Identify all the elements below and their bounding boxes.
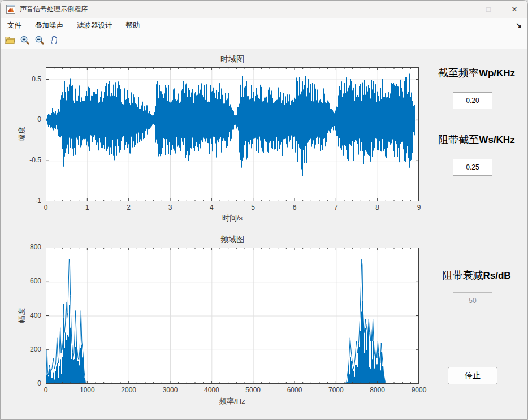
app-window: 声音信号处理示例程序 — □ ✕ 文件 叠加噪声 滤波器设计 帮助 ↘ xyxy=(0,0,528,420)
freq-plot-axes xyxy=(46,248,419,384)
stop-button[interactable]: 停止 xyxy=(448,367,497,384)
window-controls: — □ ✕ xyxy=(449,1,527,18)
menu-filter-design[interactable]: 滤波器设计 xyxy=(70,18,119,33)
open-folder-icon xyxy=(5,36,15,46)
time-plot-ylabel: 幅度 xyxy=(17,127,27,141)
time-plot-title: 时域图 xyxy=(46,54,419,64)
time-plot-xlabel: 时间/s xyxy=(46,213,419,223)
minimize-button[interactable]: — xyxy=(449,1,475,18)
freq-plot-ylabel: 幅度 xyxy=(17,308,27,323)
zoom-out-button[interactable] xyxy=(32,34,46,48)
time-plot-axes xyxy=(46,67,419,201)
rs-attenuation-label-latin: Rs/dB xyxy=(483,270,510,281)
rs-attenuation-input[interactable] xyxy=(453,292,492,309)
ws-stopband-input[interactable] xyxy=(453,159,492,176)
zoom-out-icon xyxy=(34,35,45,47)
zoom-in-icon xyxy=(20,35,30,47)
ws-stopband-label: 阻带截至Ws/KHz xyxy=(425,133,528,146)
figure-toolbar xyxy=(1,33,527,49)
menu-file[interactable]: 文件 xyxy=(1,18,28,33)
zoom-in-button[interactable] xyxy=(18,34,32,48)
rs-attenuation-label: 阻带衰减Rs/dB xyxy=(425,269,528,282)
pan-button[interactable] xyxy=(47,34,61,48)
open-file-button[interactable] xyxy=(3,34,17,48)
menu-add-noise[interactable]: 叠加噪声 xyxy=(28,18,70,33)
menubar: 文件 叠加噪声 滤波器设计 帮助 xyxy=(1,18,527,33)
window-title: 声音信号处理示例程序 xyxy=(20,5,88,14)
menu-help[interactable]: 帮助 xyxy=(119,18,147,33)
close-button[interactable]: ✕ xyxy=(501,1,527,18)
wp-cutoff-label-cjk: 截至频率 xyxy=(438,67,479,79)
rs-attenuation-label-cjk: 阻带衰减 xyxy=(442,270,483,281)
maximize-button[interactable]: □ xyxy=(475,1,501,18)
titlebar: 声音信号处理示例程序 — □ ✕ xyxy=(1,1,527,18)
ws-stopband-label-latin: Ws/KHz xyxy=(479,135,514,145)
wp-cutoff-label: 截至频率Wp/KHz xyxy=(425,66,528,80)
freq-plot-xlabel: 频率/Hz xyxy=(46,396,419,406)
matlab-figure-icon xyxy=(6,5,15,14)
wp-cutoff-label-latin: Wp/KHz xyxy=(479,68,515,79)
ws-stopband-label-cjk: 阻带截至 xyxy=(438,134,479,145)
menubar-overflow-icon[interactable]: ↘ xyxy=(516,21,522,29)
pan-hand-icon xyxy=(49,35,59,47)
wp-cutoff-input[interactable] xyxy=(453,92,492,109)
freq-plot-title: 频域图 xyxy=(46,235,419,245)
